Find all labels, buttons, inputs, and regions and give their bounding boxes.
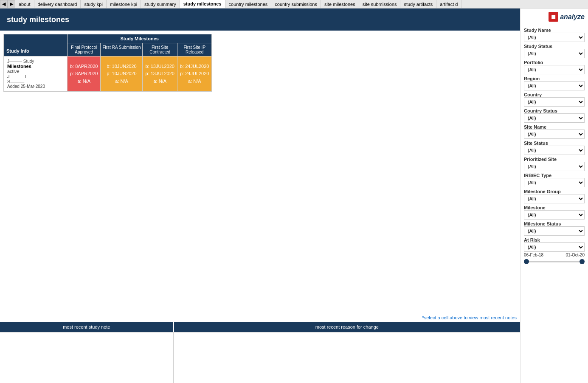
study-info-cell: J——— Study Milestones active J——— l S———… — [4, 56, 68, 92]
filter-select-country-status[interactable]: (All) — [524, 113, 585, 123]
tab-site-milestones[interactable]: site milestones — [321, 0, 359, 8]
filter-label-region: Region — [524, 76, 585, 81]
filter-label-site-status: Site Status — [524, 141, 585, 146]
milestone-cell-3[interactable]: b: 24JUL2020p: 24JUL2020a: N/A — [177, 56, 212, 92]
study-info-col-header: Study Info — [4, 34, 68, 56]
filter-label-at-risk: At Risk — [524, 237, 585, 242]
filter-portfolio: Portfolio(All) — [524, 60, 585, 74]
notes-hint-link[interactable]: to view most recent notes — [464, 315, 517, 320]
filter-select-study-status[interactable]: (All) — [524, 49, 585, 58]
slider-thumb-left[interactable] — [524, 259, 529, 264]
filter-country: Country(All) — [524, 92, 585, 107]
notes-bar-right: most recent reason for change — [174, 322, 520, 332]
milestones-table: Study Info Study Milestones Final Protoc… — [3, 34, 212, 92]
filter-select-site-status[interactable]: (All) — [524, 146, 585, 155]
notes-bar-left: most recent study note — [0, 322, 174, 332]
tab-bar: ◀ ▶ aboutdelivery dashboardstudy kpimile… — [0, 0, 588, 8]
filter-site-status: Site Status(All) — [524, 141, 585, 155]
filter-select-milestone-status[interactable]: (All) — [524, 226, 585, 236]
filter-select-country[interactable]: (All) — [524, 97, 585, 107]
filter-select-site-name[interactable]: (All) — [524, 130, 585, 139]
tab-study-summary[interactable]: study summary — [141, 0, 180, 8]
filter-select-at-risk[interactable]: (All) — [524, 242, 585, 252]
tab-study-artifacts[interactable]: study artifacts — [400, 0, 436, 8]
notes-hint-text: *select a cell above — [422, 315, 464, 320]
study-added-date: Added 25-Mar-2020 — [7, 84, 64, 89]
study-extra2: S——— — [7, 79, 64, 84]
slider-track — [524, 261, 585, 262]
notes-right-header-text: most recent reason for change — [315, 324, 379, 329]
notes-bar: most recent study note most recent reaso… — [0, 322, 520, 332]
main-container: study milestones Study Info Study Milest… — [0, 8, 588, 383]
col-header-first-site-contracted: First SiteContracted — [143, 43, 177, 56]
tab-study-kpi[interactable]: study kpi — [81, 0, 106, 8]
tab-country-submissions[interactable]: country submissions — [271, 0, 321, 8]
tab-milestone-kpi[interactable]: milestone kpi — [107, 0, 141, 8]
notes-left-header-text: most recent study note — [63, 324, 110, 329]
study-name-line1: J——— Study — [7, 59, 64, 64]
date-range-slider[interactable] — [524, 258, 585, 265]
filter-site-name: Site Name(All) — [524, 124, 585, 139]
table-wrapper: Study Info Study Milestones Final Protoc… — [0, 31, 520, 313]
filter-label-study-status: Study Status — [524, 44, 585, 49]
filter-at-risk: At Risk(All) — [524, 237, 585, 252]
tab-artifact-d[interactable]: artifact d — [436, 0, 461, 8]
slider-thumb-right[interactable] — [580, 259, 585, 264]
tab-site-submissions[interactable]: site submissions — [359, 0, 401, 8]
filter-label-country: Country — [524, 92, 585, 97]
date-range-start: 06-Feb-18 — [524, 253, 543, 257]
sidebar-logo: ◼ analyze — [524, 12, 585, 22]
date-range-wrapper: 06-Feb-18 01-Oct-20 — [524, 253, 585, 265]
tab-forward-btn[interactable]: ▶ — [8, 0, 15, 8]
filter-milestone-group: Milestone Group(All) — [524, 189, 585, 203]
filter-study-name: Study Name(All) — [524, 28, 585, 42]
tab-about[interactable]: about — [15, 0, 34, 8]
filter-select-study-name[interactable]: (All) — [524, 33, 585, 42]
header-bar: study milestones — [0, 8, 520, 31]
tab-back-btn[interactable]: ◀ — [0, 0, 8, 8]
filter-select-milestone[interactable]: (All) — [524, 210, 585, 220]
date-range-end: 01-Oct-20 — [566, 253, 585, 257]
col-header-first-site-ip: First Site IPReleased — [177, 43, 212, 56]
filter-label-portfolio: Portfolio — [524, 60, 585, 65]
milestone-cell-2[interactable]: b: 13JUL2020p: 13JUL2020a: N/A — [143, 56, 177, 92]
page-title: study milestones — [7, 15, 69, 24]
milestone-cell-1[interactable]: b: 10JUN2020p: 10JUN2020a: N/A — [101, 56, 143, 92]
notes-left-panel — [0, 332, 174, 383]
filter-select-irb-ec-type[interactable]: (All) — [524, 178, 585, 187]
filter-select-prioritized-site[interactable]: (All) — [524, 162, 585, 171]
study-milestones-label: Milestones — [7, 64, 64, 69]
logo-icon: ◼ — [549, 12, 558, 22]
logo-text: analyze — [560, 13, 585, 21]
content-area: study milestones Study Info Study Milest… — [0, 8, 520, 383]
filter-milestone-status: Milestone Status(All) — [524, 221, 585, 236]
filter-select-portfolio[interactable]: (All) — [524, 65, 585, 74]
col-header-final-protocol: Final ProtocolApproved — [68, 43, 101, 56]
study-extra1: J——— l — [7, 74, 64, 79]
filter-label-milestone: Milestone — [524, 205, 585, 210]
filter-label-country-status: Country Status — [524, 108, 585, 113]
notes-hint: *select a cell above to view most recent… — [0, 313, 520, 322]
filter-label-irb-ec-type: IRB/EC Type — [524, 173, 585, 178]
notes-right-panel — [174, 332, 520, 383]
filter-label-milestone-status: Milestone Status — [524, 221, 585, 226]
filter-region: Region(All) — [524, 76, 585, 90]
milestones-group-header: Study Milestones — [68, 34, 212, 43]
filter-study-status: Study Status(All) — [524, 44, 585, 58]
filter-label-milestone-group: Milestone Group — [524, 189, 585, 194]
filter-milestone: Milestone(All) — [524, 205, 585, 220]
filter-label-site-name: Site Name — [524, 124, 585, 130]
filter-select-milestone-group[interactable]: (All) — [524, 194, 585, 203]
tab-delivery-dashboard[interactable]: delivery dashboard — [34, 0, 81, 8]
filter-label-prioritized-site: Prioritized Site — [524, 157, 585, 162]
milestone-cell-0[interactable]: b: 8APR2020p: 8APR2020a: N/A — [68, 56, 101, 92]
filter-prioritized-site: Prioritized Site(All) — [524, 157, 585, 171]
filter-label-study-name: Study Name — [524, 28, 585, 33]
filter-select-region[interactable]: (All) — [524, 81, 585, 90]
tab-country-milestones[interactable]: country milestones — [225, 0, 272, 8]
tab-study-milestones[interactable]: study milestones — [180, 0, 225, 8]
col-header-first-ra: First RA Submission — [101, 43, 143, 56]
filter-country-status: Country Status(All) — [524, 108, 585, 123]
sidebar: ◼ analyze Study Name(All)Study Status(Al… — [520, 8, 588, 383]
notes-content — [0, 332, 520, 383]
